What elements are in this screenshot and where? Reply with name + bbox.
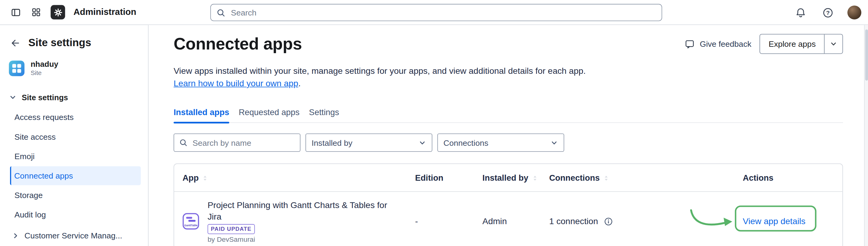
sidebar-section-label: Site settings [22, 92, 68, 102]
installed-by-select-value: Installed by [312, 138, 352, 147]
actions-cell: View app details [743, 216, 842, 226]
app-title: Administration [73, 7, 136, 17]
scrollbar-thumb[interactable] [865, 30, 868, 80]
table-row: GanttTable Project Planning with Gantt C… [174, 192, 842, 246]
learn-link-suffix: . [298, 78, 301, 88]
sidebar-panel-icon [10, 7, 21, 17]
chevron-down-icon [418, 139, 426, 147]
connections-select[interactable]: Connections [437, 133, 564, 151]
sidebar-nav: Access requests Site access Emoji Connec… [0, 107, 148, 224]
administration-logo[interactable] [51, 5, 65, 20]
info-icon[interactable] [603, 217, 613, 226]
explore-apps-split-button: Explore apps [760, 34, 843, 54]
page-title: Connected apps [174, 35, 684, 54]
edition-cell: - [415, 216, 483, 226]
collapse-sidebar-button[interactable] [8, 5, 23, 20]
vertical-scrollbar [864, 25, 868, 246]
chevron-down-icon [830, 40, 838, 48]
help-button[interactable]: ? [820, 5, 836, 20]
give-feedback-label: Give feedback [700, 39, 751, 48]
back-button[interactable] [9, 37, 21, 49]
help-glyph: ? [826, 9, 830, 16]
view-app-details-link[interactable]: View app details [743, 216, 805, 226]
search-by-name-input[interactable] [191, 138, 295, 148]
site-card: nhaduy Site [0, 56, 148, 85]
top-bar: Administration ? [0, 0, 868, 25]
give-feedback-button[interactable]: Give feedback [684, 39, 751, 49]
app-switcher-button[interactable] [28, 5, 44, 20]
apps-grid-icon [31, 7, 41, 17]
filter-bar: Installed by Connections [174, 133, 843, 151]
sort-icon [532, 175, 538, 181]
global-search[interactable] [210, 4, 662, 21]
sidebar-item-access-requests[interactable]: Access requests [10, 108, 141, 127]
sidebar-heading: Site settings [28, 36, 91, 49]
explore-apps-dropdown-button[interactable] [825, 35, 842, 54]
gantt-app-icon-label: GanttTable [184, 224, 197, 227]
gear-icon [53, 8, 63, 17]
user-avatar[interactable] [847, 5, 861, 20]
sort-icon [603, 175, 609, 181]
sidebar-item-site-access[interactable]: Site access [10, 127, 141, 146]
administration-app: Administration ? Site settings [0, 0, 868, 246]
app-byline: by DevSamurai [208, 235, 402, 244]
site-type: Site [31, 69, 58, 77]
column-header-installed-by[interactable]: Installed by [482, 173, 549, 182]
global-search-input[interactable] [230, 8, 656, 17]
column-header-app[interactable]: App [174, 173, 415, 182]
connections-value: 1 connection [549, 216, 598, 226]
settings-sidebar: Site settings nhaduy Site Site settings … [0, 25, 149, 246]
back-arrow-icon [10, 38, 20, 48]
learn-build-app-link[interactable]: Learn how to build your own app [174, 78, 298, 88]
paid-update-badge: PAID UPDATE [208, 224, 255, 234]
main-content: Connected apps Give feedback Explore app… [149, 25, 868, 246]
page-description: View apps installed within your site, ma… [174, 65, 843, 77]
tab-settings[interactable]: Settings [309, 107, 339, 122]
sidebar-item-emoji[interactable]: Emoji [10, 147, 141, 166]
app-cell: GanttTable Project Planning with Gantt C… [174, 199, 415, 244]
sidebar-item-connected-apps[interactable]: Connected apps [10, 166, 141, 185]
table-header-row: App Edition Installed by Connections [174, 164, 842, 192]
column-header-actions: Actions [743, 173, 842, 182]
tab-installed-apps[interactable]: Installed apps [174, 107, 229, 122]
tab-requested-apps[interactable]: Requested apps [239, 107, 299, 122]
help-icon: ? [823, 7, 834, 18]
sidebar-section-site-settings[interactable]: Site settings [0, 85, 148, 107]
gantt-app-icon: GanttTable [182, 213, 199, 230]
feedback-icon [684, 39, 695, 49]
app-name: Project Planning with Gantt Charts & Tab… [208, 199, 402, 222]
installed-by-cell: Admin [482, 216, 549, 226]
explore-apps-button[interactable]: Explore apps [760, 35, 825, 54]
search-icon [179, 139, 188, 147]
search-icon [216, 8, 225, 17]
chevron-right-icon [11, 232, 20, 240]
connections-select-value: Connections [443, 138, 488, 147]
search-by-name-field[interactable] [174, 133, 300, 151]
connected-apps-table: App Edition Installed by Connections [174, 164, 843, 246]
site-name: nhaduy [31, 60, 58, 69]
site-avatar [9, 61, 24, 76]
installed-by-select[interactable]: Installed by [305, 133, 432, 151]
chevron-down-icon [9, 94, 17, 101]
connections-cell: 1 connection [549, 216, 743, 226]
bell-icon [795, 7, 806, 18]
sidebar-item-storage[interactable]: Storage [10, 185, 141, 204]
sidebar-section-customer-service[interactable]: Customer Service Manag... [0, 225, 148, 246]
tab-bar: Installed apps Requested apps Settings [174, 107, 843, 123]
sort-icon [202, 175, 208, 181]
sidebar-item-audit-log[interactable]: Audit log [10, 205, 141, 224]
chevron-down-icon [550, 139, 558, 147]
sidebar-collapsed-label: Customer Service Manag... [25, 231, 122, 241]
notifications-button[interactable] [793, 5, 808, 20]
column-header-connections[interactable]: Connections [549, 173, 743, 182]
column-header-edition: Edition [415, 173, 483, 182]
